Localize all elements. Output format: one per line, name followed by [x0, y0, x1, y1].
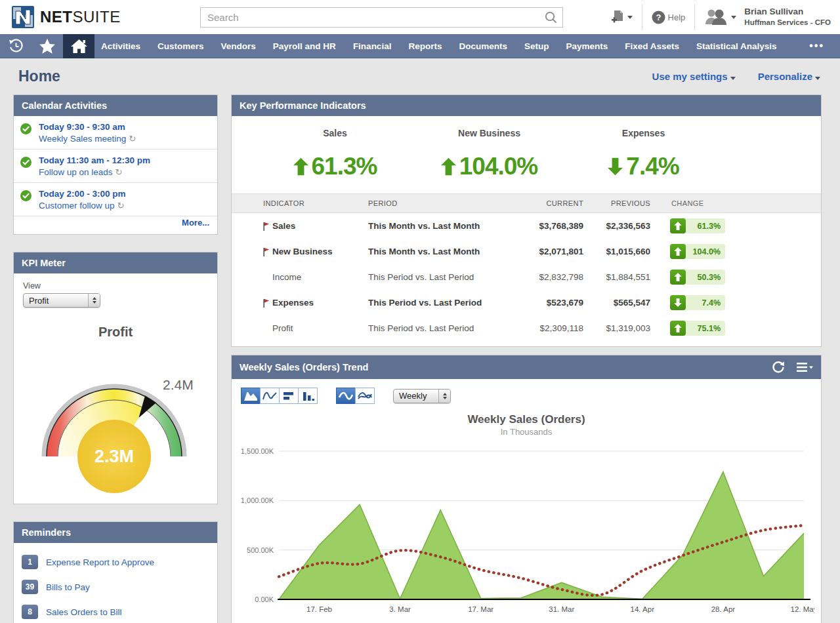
reminder-item: 1 Expense Report to Approve	[22, 550, 209, 574]
event-complete-icon	[20, 157, 32, 168]
reminder-count-badge: 8	[22, 605, 38, 619]
use-my-settings-link[interactable]: Use my settings	[652, 71, 736, 82]
user-role: Huffman Services - CFO	[744, 18, 831, 27]
kpi-meter-panel-header[interactable]: KPI Meter	[14, 252, 217, 273]
reminder-link[interactable]: Sales Orders to Bill	[46, 607, 122, 617]
help-button[interactable]: ? Help	[652, 10, 686, 24]
trend-period-select[interactable]: Weekly	[393, 389, 451, 403]
svg-text:31. Mar: 31. Mar	[549, 605, 574, 613]
create-new-button[interactable]	[610, 9, 633, 25]
favorites-star-icon[interactable]	[32, 34, 63, 58]
kpi-up-arrow-icon	[293, 157, 308, 176]
netsuite-logo-icon	[12, 6, 34, 28]
svg-text:14. Apr: 14. Apr	[631, 605, 655, 613]
event-title-link[interactable]: Weekly Sales meeting↻	[39, 134, 209, 144]
reminders-panel: Reminders 1 Expense Report to Approve 39…	[13, 521, 218, 623]
kpi-table-row: Profit This Period vs. Last Period $2,30…	[232, 315, 821, 341]
refresh-icon[interactable]	[772, 361, 785, 374]
nav-item-payments[interactable]: Payments	[566, 41, 608, 51]
select-stepper-icon	[438, 390, 450, 403]
kpi-view-select[interactable]: Profit	[23, 293, 100, 308]
reminders-panel-header[interactable]: Reminders	[14, 522, 217, 543]
recent-records-icon[interactable]	[0, 34, 32, 58]
down-arrow-icon	[674, 298, 682, 307]
chart-type-vbar-button[interactable]	[298, 388, 318, 404]
panel-menu-icon[interactable]	[797, 362, 813, 372]
event-time-link[interactable]: Today 2:00 - 3:00 pm	[39, 189, 209, 199]
reminder-item: 39 Bills to Pay	[22, 574, 209, 599]
user-name: Brian Sullivan	[744, 7, 831, 18]
change-badge: 7.4%	[670, 295, 725, 310]
kpi-headline-sales: Sales 61.3%	[258, 128, 412, 180]
reminder-count-badge: 1	[22, 555, 38, 569]
calendar-more-link[interactable]: More...	[14, 216, 217, 234]
change-badge: 104.0%	[670, 244, 725, 259]
nav-item-vendors[interactable]: Vendors	[221, 41, 256, 51]
event-time-link[interactable]: Today 11:30 am - 12:30 pm	[39, 155, 209, 165]
nav-menu: Activities Customers Vendors Payroll and…	[101, 41, 777, 51]
event-complete-icon	[20, 123, 32, 134]
event-time-link[interactable]: Today 9:30 - 9:30 am	[39, 122, 209, 132]
user-menu[interactable]: Brian Sullivan Huffman Services - CFO	[704, 7, 831, 27]
chart-type-area-button[interactable]	[241, 388, 261, 404]
svg-text:12. May: 12. May	[791, 605, 814, 613]
nav-item-documents[interactable]: Documents	[459, 41, 507, 51]
trendline-single-button[interactable]	[336, 388, 356, 404]
nav-item-activities[interactable]: Activities	[101, 41, 140, 51]
kpi-headline-new-business: New Business 104.0%	[412, 128, 566, 180]
key-performance-indicators-panel: Key Performance Indicators Sales 61.3% N…	[231, 94, 822, 347]
event-title-link[interactable]: Follow up on leads↻	[39, 167, 209, 177]
nav-item-reports[interactable]: Reports	[408, 41, 442, 51]
header-divider	[642, 4, 642, 30]
event-title-link[interactable]: Customer follow up↻	[39, 201, 209, 211]
home-tab-icon[interactable]	[63, 34, 94, 58]
event-complete-icon	[20, 190, 32, 201]
sales-trend-chart: 0.00K500.00K1,000.00K1,500.00K17. Feb3. …	[237, 441, 814, 623]
nav-item-customers[interactable]: Customers	[158, 41, 204, 51]
nav-item-setup[interactable]: Setup	[524, 41, 549, 51]
netsuite-logo[interactable]: NETSUITE	[12, 6, 121, 28]
view-label: View	[23, 281, 208, 291]
svg-text:3. Mar: 3. Mar	[389, 605, 411, 613]
recurring-icon: ↻	[117, 201, 125, 211]
kpi-panel-header[interactable]: Key Performance Indicators	[232, 95, 821, 116]
select-stepper-icon	[88, 294, 100, 307]
nav-item-statistical-analysis[interactable]: Statistical Analysis	[696, 41, 777, 51]
search-icon[interactable]	[544, 10, 558, 24]
reminder-link[interactable]: Expense Report to Approve	[46, 557, 154, 567]
kpi-table-row: New Business This Month vs. Last Month $…	[232, 239, 821, 264]
reminder-link[interactable]: Bills to Pay	[46, 582, 90, 592]
caret-down-icon	[730, 77, 736, 80]
netsuite-wordmark: NETSUITE	[40, 8, 121, 26]
svg-text:17. Mar: 17. Mar	[468, 605, 494, 613]
kpi-table-row: Income This Period vs. Last Period $2,83…	[232, 264, 821, 290]
nav-overflow-button[interactable]: •••	[809, 40, 824, 52]
caret-down-icon	[815, 77, 820, 80]
personalize-link[interactable]: Personalize	[758, 71, 820, 82]
nav-item-payroll-hr[interactable]: Payroll and HR	[273, 41, 336, 51]
nav-item-financial[interactable]: Financial	[353, 41, 392, 51]
page-title: Home	[18, 68, 60, 85]
recurring-icon: ↻	[129, 134, 136, 144]
nav-item-fixed-assets[interactable]: Fixed Assets	[625, 41, 679, 51]
trend-panel-header[interactable]: Weekly Sales (Orders) Trend	[232, 355, 821, 379]
svg-text:2.3M: 2.3M	[94, 447, 134, 466]
header-divider	[694, 4, 695, 30]
help-label: Help	[668, 12, 686, 22]
chart-type-hbar-button[interactable]	[279, 388, 299, 404]
svg-text:0.00K: 0.00K	[255, 595, 274, 603]
search-input[interactable]	[200, 7, 563, 28]
user-avatar-icon	[704, 9, 728, 26]
change-badge: 50.3%	[670, 270, 725, 285]
reminder-count-badge: 39	[22, 580, 38, 594]
trendline-double-button[interactable]	[355, 388, 375, 404]
svg-text:2.4M: 2.4M	[163, 377, 194, 392]
flag-icon	[263, 298, 269, 308]
change-badge: 61.3%	[670, 218, 725, 233]
calendar-panel-header[interactable]: Calendar Activities	[14, 95, 217, 116]
up-arrow-icon	[674, 273, 682, 281]
svg-text:1,500.00K: 1,500.00K	[241, 447, 274, 455]
kpi-up-arrow-icon	[441, 157, 456, 176]
caret-down-icon	[731, 16, 736, 19]
chart-type-line-button[interactable]	[260, 388, 280, 404]
